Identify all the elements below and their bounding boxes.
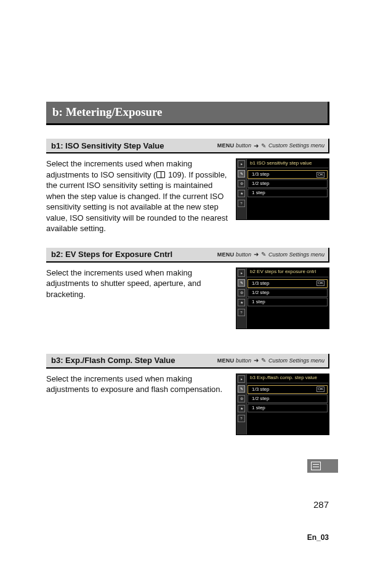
thumb-sidebar: ▸✎⚙★?: [236, 374, 247, 435]
setting-title-b3: b3: Exp./Flash Comp. Step Value: [46, 356, 175, 365]
pencil-icon: ✎: [261, 357, 266, 364]
ok-icon: OK: [317, 172, 325, 178]
button-word: button: [236, 357, 251, 364]
thumb-row: 1/3 stepOK: [248, 279, 328, 288]
pencil-icon: ✎: [261, 251, 266, 258]
manual-ref-icon: [156, 171, 165, 178]
csm-label: Custom Settings menu: [268, 251, 325, 258]
arrow-icon: ➜: [254, 142, 259, 149]
arrow-icon: ➜: [254, 357, 259, 364]
thumb-row: 1/2 step: [248, 394, 328, 403]
body-text-b3: Select the increments used when making a…: [46, 374, 230, 435]
body-text-b2: Select the increments used when making a…: [46, 267, 230, 329]
menu-thumbnail-b2: ▸✎⚙★? b2 EV steps for exposure cntrl 1/3…: [236, 267, 329, 329]
ok-icon: OK: [317, 386, 325, 392]
setting-nav-b3: MENU button ➜ ✎ Custom Settings menu: [175, 357, 328, 364]
csm-label: Custom Settings menu: [268, 142, 325, 149]
setting-nav-b1: MENU button ➜ ✎ Custom Settings menu: [164, 142, 328, 149]
menu-thumbnail-b1: ▸✎⚙★? b1 ISO sensitivity step value 1/3 …: [236, 158, 329, 220]
arrow-icon: ➜: [254, 251, 259, 258]
thumb-header-b2: b2 EV steps for exposure cntrl: [236, 268, 329, 277]
setting-title-b1: b1: ISO Sensitivity Step Value: [46, 141, 164, 150]
ok-icon: OK: [317, 280, 325, 286]
thumb-row: 1/3 stepOK: [248, 385, 328, 394]
menu-thumbnail-b3: ▸✎⚙★? b3 Exp./flash comp. step value 1/3…: [236, 374, 329, 435]
menu-button-label: MENU: [217, 251, 235, 258]
doc-id: En_03: [307, 533, 329, 542]
menu-button-label: MENU: [217, 357, 235, 364]
button-word: button: [236, 142, 251, 149]
thumb-sidebar: ▸✎⚙★?: [236, 268, 247, 329]
setting-nav-b2: MENU button ➜ ✎ Custom Settings menu: [172, 251, 328, 258]
setting-title-b2: b2: EV Steps for Exposure Cntrl: [46, 250, 172, 259]
body-text-b1: Select the increments used when making a…: [46, 158, 230, 234]
thumb-row: 1/3 stepOK: [248, 170, 328, 179]
setting-bar-b3: b3: Exp./Flash Comp. Step Value MENU but…: [46, 354, 329, 369]
thumb-row: 1 step: [248, 189, 328, 197]
setting-bar-b1: b1: ISO Sensitivity Step Value MENU butt…: [46, 139, 329, 153]
thumb-sidebar: ▸✎⚙★?: [236, 159, 247, 219]
thumb-header-b3: b3 Exp./flash comp. step value: [236, 374, 329, 383]
list-icon: [311, 462, 321, 470]
page-number: 287: [313, 499, 329, 510]
pencil-icon: ✎: [261, 142, 266, 149]
menu-button-label: MENU: [217, 142, 235, 149]
section-banner: b: Metering/Exposure: [46, 102, 329, 125]
thumb-row: 1/2 step: [248, 179, 328, 188]
side-tab: [307, 459, 338, 473]
thumb-row: 1 step: [248, 298, 328, 306]
thumb-header-b1: b1 ISO sensitivity step value: [236, 159, 329, 168]
thumb-row: 1 step: [248, 404, 328, 412]
setting-bar-b2: b2: EV Steps for Exposure Cntrl MENU but…: [46, 248, 329, 263]
button-word: button: [236, 251, 251, 258]
thumb-row: 1/2 step: [248, 288, 328, 297]
csm-label: Custom Settings menu: [268, 357, 325, 364]
